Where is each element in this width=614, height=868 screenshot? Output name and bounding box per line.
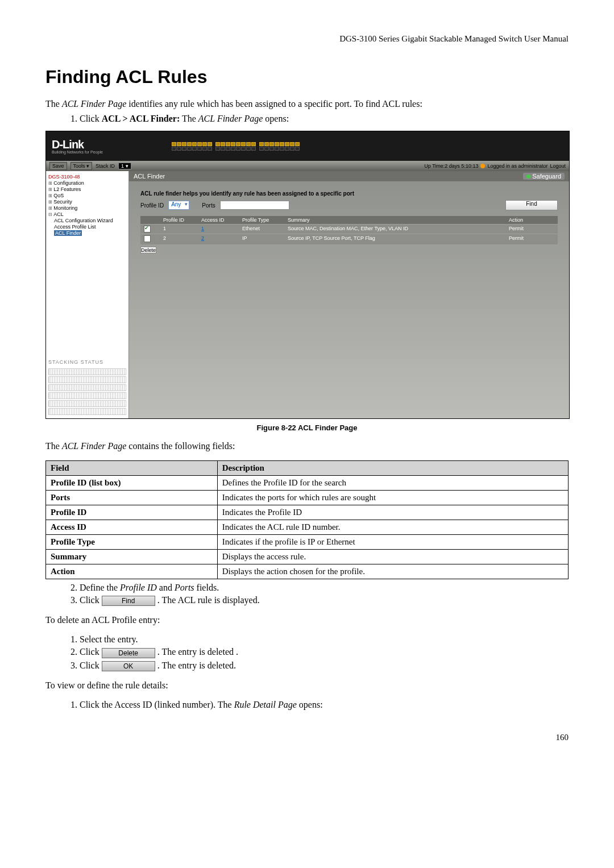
brand-tagline: Building Networks for People bbox=[52, 150, 103, 154]
row-checkbox[interactable] bbox=[144, 235, 151, 242]
rules-grid: Profile ID Access ID Profile Type Summar… bbox=[140, 216, 558, 244]
tree-acl-finder[interactable]: ACL Finder bbox=[54, 230, 82, 236]
safeguard-badge: Safeguard bbox=[523, 173, 565, 180]
tree-l2features[interactable]: L2 Features bbox=[48, 186, 126, 192]
profileid-select[interactable]: Any bbox=[168, 201, 189, 210]
col-profiletype: Profile Type bbox=[239, 216, 284, 224]
delete-lead: To delete an ACL Profile entry: bbox=[45, 615, 569, 625]
nav-tree: DGS-3100-48 Configuration L2 Features Qo… bbox=[46, 171, 129, 418]
profileid-label: Profile ID bbox=[140, 202, 164, 209]
col-accessid: Access ID bbox=[198, 216, 239, 224]
tools-menu[interactable]: Tools ▾ bbox=[70, 162, 93, 170]
row-checkbox[interactable] bbox=[144, 226, 151, 232]
delete-step-3: Click OK . The entry is deleted. bbox=[80, 661, 569, 671]
tree-security[interactable]: Security bbox=[48, 199, 126, 205]
ports-input[interactable] bbox=[220, 201, 289, 210]
ok-button-inline[interactable]: OK bbox=[102, 661, 155, 671]
step-1: Click ACL > ACL Finder: The ACL Finder P… bbox=[80, 114, 569, 124]
th-field: Field bbox=[46, 461, 218, 476]
uptime-text: Up Time:2 days 5:10:13 bbox=[424, 163, 478, 169]
toolbar: Save Tools ▾ Stack ID 1 ▾ Up Time:2 days… bbox=[46, 161, 569, 171]
tree-access-profile-list[interactable]: Access Profile List bbox=[54, 224, 126, 230]
stackid-select[interactable]: 1 ▾ bbox=[118, 163, 131, 169]
stackid-label: Stack ID bbox=[96, 163, 115, 169]
tree-acl-wizard[interactable]: ACL Configuration Wizard bbox=[54, 218, 126, 223]
status-dot-icon bbox=[480, 164, 485, 168]
port-diagram bbox=[106, 142, 563, 151]
accessid-link[interactable]: 2 bbox=[201, 235, 204, 241]
page-title: Finding ACL Rules bbox=[45, 67, 569, 88]
delete-steps: Select the entry. Click Delete . The ent… bbox=[45, 634, 569, 671]
accessid-link[interactable]: 1 bbox=[201, 226, 204, 231]
main-panel: ACL Finder Safeguard ACL rule finder hel… bbox=[129, 171, 569, 418]
find-steps-cont: Define the Profile ID and Ports fields. … bbox=[45, 583, 569, 606]
step-2: Define the Profile ID and Ports fields. bbox=[80, 583, 569, 593]
view-steps: Click the Access ID (linked number). The… bbox=[45, 700, 569, 710]
login-text: Logged in as administrator bbox=[487, 163, 547, 169]
helper-text: ACL rule finder helps you identify any r… bbox=[140, 190, 558, 197]
safeguard-dot-icon bbox=[526, 175, 530, 178]
step-3: Click Find . The ACL rule is displayed. bbox=[80, 595, 569, 606]
tree-qos[interactable]: QoS bbox=[48, 193, 126, 198]
table-row: 2 2 IP Source IP, TCP Source Port, TCP F… bbox=[140, 234, 558, 244]
delete-step-2: Click Delete . The entry is deleted . bbox=[80, 647, 569, 658]
save-button[interactable]: Save bbox=[49, 162, 67, 170]
open-steps: Click ACL > ACL Finder: The ACL Finder P… bbox=[45, 114, 569, 124]
delete-step-1: Select the entry. bbox=[80, 634, 569, 645]
fields-table: Field Description Profile ID (list box)D… bbox=[45, 460, 569, 579]
tree-configuration[interactable]: Configuration bbox=[48, 180, 126, 186]
logout-link[interactable]: Logout bbox=[550, 163, 566, 169]
stacking-status-label: Stacking Status bbox=[48, 359, 126, 365]
ports-label: Ports bbox=[202, 202, 215, 209]
device-banner: D-Link Building Networks for People bbox=[46, 131, 569, 161]
brand-logo: D-Link bbox=[52, 138, 103, 151]
find-button[interactable]: Find bbox=[505, 200, 558, 210]
th-desc: Description bbox=[217, 461, 568, 476]
acl-finder-screenshot: D-Link Building Networks for People Save… bbox=[45, 131, 570, 419]
intro-text: The ACL Finder Page identifies any rule … bbox=[45, 99, 569, 109]
col-summary: Summary bbox=[284, 216, 505, 224]
col-action: Action bbox=[505, 216, 558, 224]
fields-lead: The ACL Finder Page contains the followi… bbox=[45, 441, 569, 451]
col-profileid: Profile ID bbox=[160, 216, 198, 224]
find-button-inline[interactable]: Find bbox=[102, 596, 155, 606]
stacking-status-units bbox=[48, 367, 126, 416]
delete-button-inline[interactable]: Delete bbox=[102, 648, 155, 658]
view-lead: To view or define the rule details: bbox=[45, 680, 569, 691]
page-number: 160 bbox=[45, 733, 569, 742]
tree-acl[interactable]: ACL bbox=[48, 211, 126, 217]
delete-button[interactable]: Delete bbox=[140, 247, 156, 254]
panel-title: ACL Finder bbox=[134, 173, 165, 180]
table-row: 1 1 Ethenet Source MAC, Destination MAC,… bbox=[140, 224, 558, 234]
view-step-1: Click the Access ID (linked number). The… bbox=[80, 700, 569, 710]
figure-caption: Figure 8-22 ACL Finder Page bbox=[45, 423, 569, 432]
tree-monitoring[interactable]: Monitoring bbox=[48, 205, 126, 211]
tree-root[interactable]: DGS-3100-48 bbox=[48, 174, 126, 180]
running-header: DGS-3100 Series Gigabit Stackable Manage… bbox=[45, 34, 569, 44]
